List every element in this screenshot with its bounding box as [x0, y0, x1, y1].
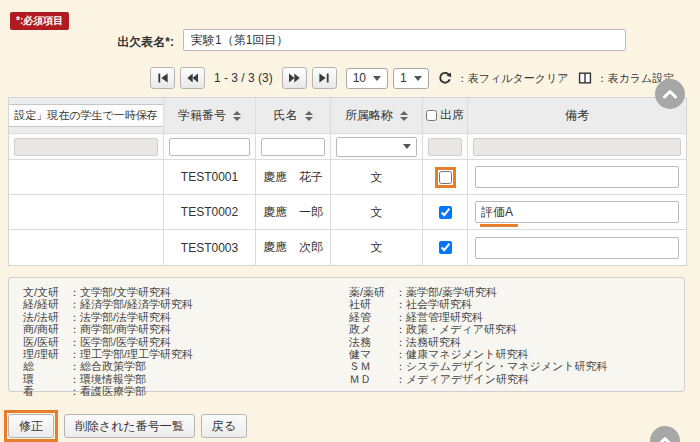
- sort-icon[interactable]: [400, 111, 408, 121]
- legend-abbr: 健マ: [349, 348, 395, 360]
- legend-separator: ：: [395, 323, 406, 335]
- note-cell: [468, 230, 686, 265]
- last-page-icon: [318, 72, 330, 84]
- header-cell-save: 設定」現在の学生で一時保存: [9, 98, 164, 133]
- affiliation-cell: 文: [331, 230, 423, 265]
- scroll-to-top-button[interactable]: [655, 79, 685, 109]
- legend-separator: ：: [69, 323, 80, 335]
- table-row: TEST0003 慶應 次郎 文: [9, 230, 686, 265]
- last-page-button[interactable]: [312, 67, 337, 89]
- legend-desc: 理工学部/理工学研究科: [80, 348, 193, 360]
- legend-desc: 法務研究科: [406, 336, 461, 348]
- legend-separator: ：: [69, 373, 80, 385]
- legend-desc: 商学部/商学研究科: [80, 323, 171, 335]
- legend-abbr: 総: [23, 360, 69, 372]
- legend-item: 法務：法務研究科: [349, 336, 608, 348]
- legend-separator: ：: [395, 311, 406, 323]
- filter-clear-icon[interactable]: [438, 71, 452, 85]
- chevron-up-icon: [662, 89, 678, 99]
- attendance-checkbox[interactable]: [439, 206, 452, 219]
- legend-item: 医/医研：医学部/医学研究科: [23, 336, 193, 348]
- note-cell: [468, 160, 686, 194]
- legend-item: 社研：社会学研究科: [349, 298, 608, 310]
- legend-desc: メディアデザイン研究科: [406, 373, 529, 385]
- attendance-select-all-checkbox[interactable]: [426, 110, 437, 121]
- column-config-icon[interactable]: [578, 71, 592, 85]
- page-size-value: 10: [353, 71, 366, 85]
- name-filter-input[interactable]: [261, 138, 325, 156]
- legend-separator: ：: [69, 286, 80, 298]
- note-input[interactable]: [475, 166, 679, 188]
- deleted-numbers-list-button[interactable]: 削除された番号一覧: [64, 414, 195, 438]
- legend-abbr: 文/文研: [23, 286, 69, 298]
- sort-icon[interactable]: [233, 111, 241, 121]
- legend-abbr: 社研: [349, 298, 395, 310]
- row-save-cell: [9, 195, 164, 229]
- affiliation-cell: 文: [331, 195, 423, 229]
- legend-separator: ：: [69, 336, 80, 348]
- first-page-button[interactable]: [150, 67, 175, 89]
- header-cell-student-id: 学籍番号: [164, 98, 256, 133]
- legend-abbr: 経管: [349, 311, 395, 323]
- affiliation-header-label: 所属略称: [345, 107, 393, 124]
- note-input[interactable]: [475, 237, 679, 259]
- legend-abbr: 医/医研: [23, 336, 69, 348]
- legend-abbr: 薬/薬研: [349, 286, 395, 298]
- legend-item: ＳＭ：システムデザイン・マネジメント研究科: [349, 360, 608, 372]
- header-cell-affiliation: 所属略称: [331, 98, 423, 133]
- annotation-box: [435, 167, 456, 188]
- table-header-row: 設定」現在の学生で一時保存 学籍番号 氏名 所属略称 出席 備考: [9, 98, 686, 134]
- modify-button[interactable]: 修正: [8, 414, 54, 438]
- scroll-to-top-button[interactable]: [650, 426, 680, 442]
- legend-item: 経管：経営管理研究科: [349, 311, 608, 323]
- note-input[interactable]: [475, 201, 679, 223]
- prev-page-button[interactable]: [180, 67, 205, 89]
- filter-disabled-input: [428, 138, 462, 156]
- legend-abbr: 経/経研: [23, 298, 69, 310]
- next-page-icon: [288, 72, 301, 84]
- legend-separator: ：: [395, 373, 406, 385]
- page-number-select[interactable]: 1: [393, 68, 429, 89]
- legend-item: 理/理研：理工学部/理工学研究科: [23, 348, 193, 360]
- legend-separator: ：: [69, 348, 80, 360]
- legend-separator: ：: [69, 360, 80, 372]
- name-header-label: 氏名: [274, 107, 298, 124]
- legend-abbr: 法務: [349, 336, 395, 348]
- temp-save-current-students-button[interactable]: 設定」現在の学生で一時保存: [9, 104, 164, 127]
- student-id-cell: TEST0003: [164, 230, 256, 265]
- note-cell: [468, 195, 686, 229]
- pagination-bar: 1 - 3 / 3 (3) 10 1 ：表フィルタークリア ：表カラム設定: [150, 66, 674, 90]
- back-button[interactable]: 戻る: [201, 414, 247, 438]
- annotation-underline: [480, 224, 518, 227]
- attendance-checkbox[interactable]: [439, 171, 452, 184]
- student-name-cell: 慶應 一郎: [256, 195, 331, 229]
- student-id-header-label: 学籍番号: [178, 107, 226, 124]
- chevron-down-icon: [414, 76, 422, 81]
- attendance-checkbox[interactable]: [439, 241, 452, 254]
- legend-separator: ：: [69, 311, 80, 323]
- legend-desc: 医学部/医学研究科: [80, 336, 171, 348]
- legend-abbr: 理/理研: [23, 348, 69, 360]
- affiliation-filter-select[interactable]: [336, 137, 417, 157]
- footer-actions: 修正 削除された番号一覧 戻る: [4, 410, 247, 442]
- legend-abbr: 環: [23, 373, 69, 385]
- filter-cell-attendance: [423, 134, 468, 159]
- legend-abbr: 看: [23, 385, 69, 397]
- sort-icon[interactable]: [305, 111, 313, 121]
- page-size-select[interactable]: 10: [346, 68, 388, 89]
- legend-left-column: 文/文研：文学部/文学研究科 経/経研：経済学部/経済学研究科 法/法研：法学部…: [23, 286, 193, 398]
- attendance-table: 設定」現在の学生で一時保存 学籍番号 氏名 所属略称 出席 備考: [8, 97, 687, 266]
- legend-desc: 経営管理研究科: [406, 311, 483, 323]
- filter-cell-save: [9, 134, 164, 159]
- filter-cell-student-id: [164, 134, 256, 159]
- sheet-name-input[interactable]: [183, 29, 626, 51]
- filter-cell-affiliation: [331, 134, 423, 159]
- legend-item: 総：総合政策学部: [23, 360, 193, 372]
- pagination-range: 1 - 3 / 3 (3): [214, 71, 273, 85]
- student-id-filter-input[interactable]: [169, 138, 250, 156]
- legend-item: 商/商研：商学部/商学研究科: [23, 323, 193, 335]
- legend-desc: 文学部/文学研究科: [80, 286, 171, 298]
- next-page-button[interactable]: [282, 67, 307, 89]
- row-save-cell: [9, 160, 164, 194]
- table-filter-row: [9, 134, 686, 160]
